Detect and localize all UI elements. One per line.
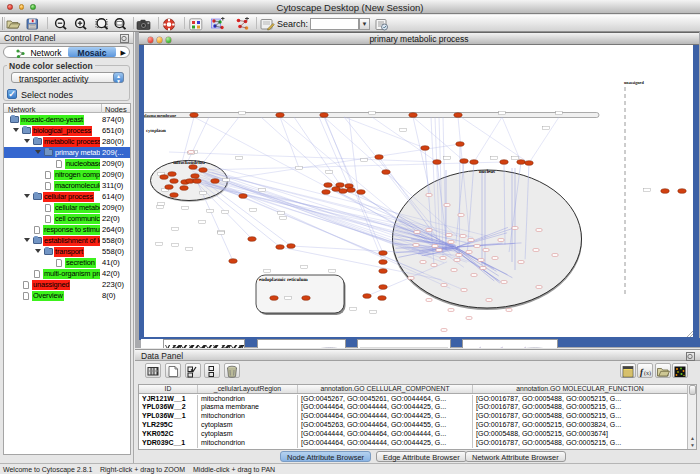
svg-text:nucleus: nucleus [479, 169, 495, 175]
svg-text:(x): (x) [644, 370, 651, 377]
svg-text:cytoplasm: cytoplasm [146, 128, 166, 133]
svg-text:unassigned: unassigned [624, 80, 644, 85]
svg-text:mitochondrion: mitochondrion [173, 160, 205, 166]
svg-text:endoplasmic reticulum: endoplasmic reticulum [259, 277, 308, 283]
svg-text:plasma membrane: plasma membrane [144, 113, 176, 118]
